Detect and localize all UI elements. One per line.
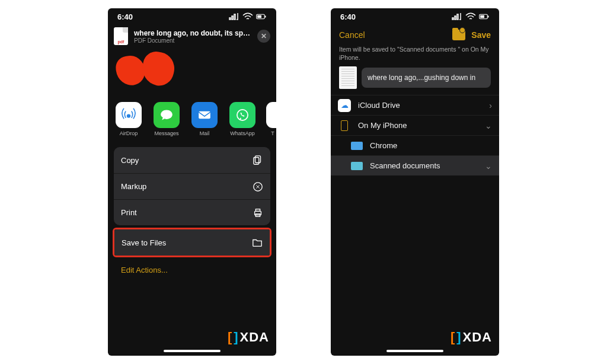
chevron-right-icon: › <box>489 101 492 110</box>
messages-icon <box>154 102 180 128</box>
print-icon <box>253 207 263 218</box>
close-icon[interactable]: ✕ <box>257 30 270 43</box>
status-indicators <box>452 11 490 22</box>
document-title: where long ago, no doubt, its sprin... <box>134 29 251 37</box>
action-label: Copy <box>121 156 139 165</box>
battery-icon <box>479 11 490 22</box>
edit-actions-link[interactable]: Edit Actions... <box>108 257 276 283</box>
app-airdrop[interactable]: AirDrop <box>114 102 143 136</box>
status-indicators <box>229 11 267 22</box>
wifi-icon <box>465 11 476 22</box>
folder-icon <box>252 237 263 248</box>
svg-rect-6 <box>255 156 261 163</box>
svg-rect-14 <box>488 16 489 18</box>
whatsapp-icon <box>229 102 255 128</box>
action-label: Save to Files <box>122 238 166 247</box>
folder-icon <box>351 162 363 170</box>
app-label: WhatsApp <box>228 130 257 136</box>
watermark: []XDA <box>451 330 492 345</box>
files-navbar: Cancel Save <box>331 25 499 43</box>
mail-icon <box>191 102 218 128</box>
highlight-save-to-files: Save to Files <box>113 228 271 257</box>
location-label: On My iPhone <box>358 121 407 130</box>
action-save-to-files[interactable]: Save to Files <box>114 229 270 256</box>
action-print[interactable]: Print <box>114 199 270 225</box>
action-markup[interactable]: Markup <box>114 173 270 199</box>
action-copy[interactable]: Copy <box>114 147 270 173</box>
app-label: Messages <box>152 130 181 136</box>
actions-list: Copy Markup Print <box>114 147 270 225</box>
folder-chrome[interactable]: Chrome <box>331 135 499 155</box>
phone-share-sheet: 6:40 pdf where long ago, no doubt, its s… <box>108 8 276 356</box>
location-label: Scanned documents <box>370 161 440 170</box>
app-label: T <box>266 130 276 136</box>
svg-rect-10 <box>255 209 260 211</box>
app-more[interactable]: T <box>266 102 276 136</box>
chevron-down-icon: ⌄ <box>485 161 492 171</box>
svg-rect-2 <box>265 16 266 18</box>
signal-icon <box>229 11 239 22</box>
status-bar: 6:40 <box>331 8 499 25</box>
folder-icon <box>351 142 363 150</box>
wifi-icon <box>242 11 253 22</box>
folder-scanned-documents[interactable]: Scanned documents ⌄ <box>331 155 499 175</box>
home-indicator[interactable] <box>164 350 221 352</box>
app-whatsapp[interactable]: WhatsApp <box>228 102 257 136</box>
status-bar: 6:40 <box>108 8 276 25</box>
app-icon-partial <box>266 102 276 128</box>
share-header: pdf where long ago, no doubt, its sprin.… <box>108 25 276 49</box>
markup-icon <box>253 181 263 192</box>
icloud-icon: ☁︎ <box>338 99 351 112</box>
status-time: 6:40 <box>340 12 356 21</box>
airdrop-icon <box>116 102 142 128</box>
home-indicator[interactable] <box>386 350 443 352</box>
phone-save-to-files: 6:40 Cancel Save Item will be saved to "… <box>331 8 499 356</box>
action-label: Print <box>121 208 137 217</box>
redaction-mark <box>139 49 177 88</box>
svg-rect-1 <box>257 15 261 18</box>
chevron-down-icon: ⌄ <box>485 121 492 130</box>
svg-point-5 <box>237 110 248 120</box>
filename-input[interactable]: where long ago,...gushing down in <box>362 68 491 88</box>
save-location-hint: Item will be saved to "Scanned documents… <box>331 43 499 66</box>
share-apps-row: AirDrop Messages Mail WhatsApp T <box>108 98 276 139</box>
location-label: Chrome <box>370 141 397 150</box>
svg-rect-4 <box>199 111 210 119</box>
location-label: iCloud Drive <box>358 101 400 110</box>
location-on-my-iphone[interactable]: On My iPhone ⌄ <box>331 115 499 135</box>
svg-rect-13 <box>480 15 484 18</box>
signal-icon <box>452 11 462 22</box>
copy-icon <box>253 155 263 165</box>
battery-icon <box>256 11 267 22</box>
app-messages[interactable]: Messages <box>152 102 181 136</box>
document-thumb-icon <box>339 66 357 89</box>
cancel-button[interactable]: Cancel <box>339 30 365 40</box>
location-icloud-drive[interactable]: ☁︎ iCloud Drive › <box>331 95 499 115</box>
status-time: 6:40 <box>117 12 133 21</box>
pdf-doc-icon: pdf <box>114 27 128 45</box>
app-label: Mail <box>190 130 219 136</box>
iphone-icon <box>338 119 351 132</box>
file-rename-row: where long ago,...gushing down in <box>331 66 499 95</box>
new-folder-icon[interactable] <box>452 30 465 40</box>
document-subtitle: PDF Document <box>134 37 251 44</box>
action-label: Markup <box>121 182 146 191</box>
svg-point-3 <box>127 114 130 117</box>
save-button[interactable]: Save <box>471 30 491 40</box>
app-mail[interactable]: Mail <box>190 102 219 136</box>
svg-rect-7 <box>254 158 259 165</box>
app-label: AirDrop <box>114 130 143 136</box>
watermark: []XDA <box>228 330 269 345</box>
redaction-mark <box>114 54 146 87</box>
document-preview <box>108 49 276 98</box>
